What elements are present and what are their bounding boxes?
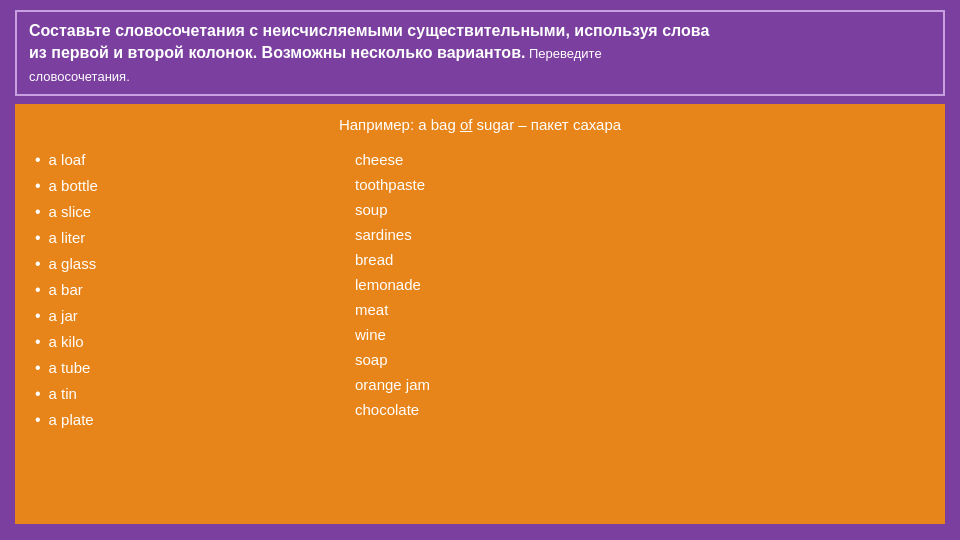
right-item-text: chocolate <box>355 401 419 418</box>
right-item-text: soap <box>355 351 388 368</box>
list-item: lemonade <box>355 276 925 293</box>
example-row: Например: a bag of sugar – пакет сахара <box>35 116 925 133</box>
list-item: orange jam <box>355 376 925 393</box>
left-item-text: a bottle <box>49 177 98 194</box>
list-item: •a loaf <box>35 151 355 169</box>
header-line2-bold: из первой и второй колонок. Возможны нес… <box>29 44 525 61</box>
header-line3: словосочетания. <box>29 69 130 84</box>
bullet-icon: • <box>35 359 41 377</box>
list-item: cheese <box>355 151 925 168</box>
right-item-text: orange jam <box>355 376 430 393</box>
left-item-text: a loaf <box>49 151 86 168</box>
list-item: chocolate <box>355 401 925 418</box>
list-item: soap <box>355 351 925 368</box>
list-item: sardines <box>355 226 925 243</box>
items-container: •a loaf•a bottle•a slice•a liter•a glass… <box>35 151 925 437</box>
right-item-text: wine <box>355 326 386 343</box>
bullet-icon: • <box>35 229 41 247</box>
bullet-icon: • <box>35 255 41 273</box>
left-item-text: a plate <box>49 411 94 428</box>
left-item-text: a liter <box>49 229 86 246</box>
left-item-text: a bar <box>49 281 83 298</box>
right-item-text: cheese <box>355 151 403 168</box>
bullet-icon: • <box>35 151 41 169</box>
list-item: meat <box>355 301 925 318</box>
list-item: •a plate <box>35 411 355 429</box>
bullet-icon: • <box>35 203 41 221</box>
list-item: toothpaste <box>355 176 925 193</box>
list-item: •a bar <box>35 281 355 299</box>
header-line2-normal: Переведите <box>525 46 601 61</box>
header-box: Составьте словосочетания с неисчисляемым… <box>15 10 945 96</box>
right-item-text: bread <box>355 251 393 268</box>
list-item: •a tin <box>35 385 355 403</box>
example-prefix: Например: a bag <box>339 116 460 133</box>
bullet-icon: • <box>35 385 41 403</box>
list-item: •a liter <box>35 229 355 247</box>
right-item-text: lemonade <box>355 276 421 293</box>
list-item: •a bottle <box>35 177 355 195</box>
example-underline: of <box>460 116 473 133</box>
bullet-icon: • <box>35 281 41 299</box>
right-column: cheesetoothpastesoupsardinesbreadlemonad… <box>355 151 925 437</box>
left-item-text: a tube <box>49 359 91 376</box>
list-item: •a kilo <box>35 333 355 351</box>
bullet-icon: • <box>35 411 41 429</box>
right-item-text: soup <box>355 201 388 218</box>
right-item-text: meat <box>355 301 388 318</box>
list-item: •a tube <box>35 359 355 377</box>
left-column: •a loaf•a bottle•a slice•a liter•a glass… <box>35 151 355 437</box>
bullet-icon: • <box>35 307 41 325</box>
main-content: Например: a bag of sugar – пакет сахара … <box>15 104 945 524</box>
left-item-text: a kilo <box>49 333 84 350</box>
list-item: •a glass <box>35 255 355 273</box>
left-item-text: a slice <box>49 203 92 220</box>
bullet-icon: • <box>35 333 41 351</box>
example-suffix: sugar – пакет сахара <box>472 116 621 133</box>
right-item-text: toothpaste <box>355 176 425 193</box>
list-item: bread <box>355 251 925 268</box>
list-item: •a slice <box>35 203 355 221</box>
right-item-text: sardines <box>355 226 412 243</box>
header-line1: Составьте словосочетания с неисчисляемым… <box>29 22 709 39</box>
list-item: wine <box>355 326 925 343</box>
left-item-text: a jar <box>49 307 78 324</box>
left-item-text: a tin <box>49 385 77 402</box>
bullet-icon: • <box>35 177 41 195</box>
list-item: soup <box>355 201 925 218</box>
left-item-text: a glass <box>49 255 97 272</box>
list-item: •a jar <box>35 307 355 325</box>
